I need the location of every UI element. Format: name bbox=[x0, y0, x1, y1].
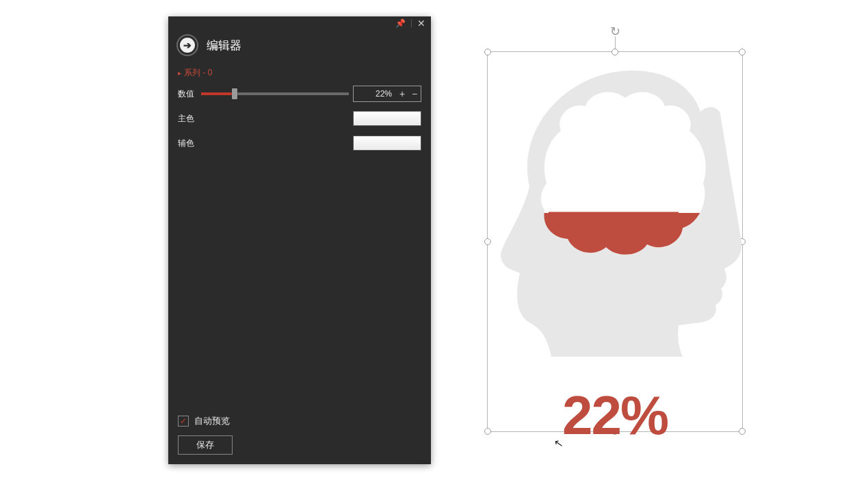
panel-header: 📌 ✕ bbox=[168, 16, 431, 30]
auto-preview-label: 自动预览 bbox=[194, 415, 230, 427]
series-section: 系列 - 0 数值 22% + − 主色 辅色 bbox=[168, 67, 431, 160]
aux-color-row: 辅色 bbox=[178, 135, 421, 151]
infographic-head bbox=[487, 64, 743, 358]
value-label: 数值 bbox=[178, 88, 201, 100]
value-input[interactable]: 22% bbox=[354, 89, 396, 99]
value-slider[interactable] bbox=[201, 87, 353, 101]
panel-footer: ✓ 自动预览 保存 bbox=[168, 408, 431, 464]
editor-panel: 📌 ✕ ➔ 编辑器 系列 - 0 数值 22% + − 主色 bbox=[168, 16, 431, 464]
value-increment-button[interactable]: + bbox=[396, 86, 408, 101]
aux-color-label: 辅色 bbox=[178, 138, 201, 149]
save-button[interactable]: 保存 bbox=[178, 435, 233, 455]
panel-title-row: ➔ 编辑器 bbox=[168, 30, 431, 67]
slider-thumb[interactable] bbox=[232, 88, 237, 99]
selected-object[interactable]: ↻ 22% bbox=[487, 51, 743, 432]
main-color-row: 主色 bbox=[178, 110, 421, 127]
value-decrement-button[interactable]: − bbox=[408, 86, 421, 101]
slider-fill bbox=[201, 92, 235, 95]
main-color-label: 主色 bbox=[178, 113, 201, 125]
auto-preview-row: ✓ 自动预览 bbox=[178, 415, 421, 427]
pin-icon[interactable]: 📌 bbox=[395, 19, 406, 27]
value-input-group: 22% + − bbox=[353, 86, 421, 102]
resize-handle-tm[interactable] bbox=[611, 49, 618, 55]
back-button[interactable]: ➔ bbox=[176, 34, 198, 56]
panel-title: 编辑器 bbox=[207, 38, 241, 53]
aux-color-swatch[interactable] bbox=[353, 136, 421, 151]
series-expand-toggle[interactable]: 系列 - 0 bbox=[178, 67, 421, 79]
main-color-swatch[interactable] bbox=[353, 111, 421, 126]
resize-handle-tr[interactable] bbox=[739, 49, 746, 55]
close-icon[interactable]: ✕ bbox=[417, 18, 425, 28]
value-row: 数值 22% + − bbox=[178, 86, 421, 102]
auto-preview-checkbox[interactable]: ✓ bbox=[178, 416, 189, 427]
head-brain-svg bbox=[487, 64, 743, 358]
separator bbox=[411, 19, 412, 27]
chart-value-label: 22% bbox=[487, 384, 743, 447]
resize-handle-tl[interactable] bbox=[484, 49, 491, 55]
arrow-right-icon: ➔ bbox=[180, 38, 195, 53]
